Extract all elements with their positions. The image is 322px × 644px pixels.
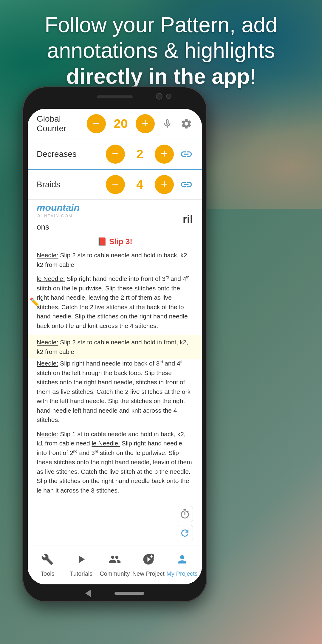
pencil-icon: ✏️ (30, 296, 40, 309)
watermark-section: mountain OUNTAIN.COM ril (28, 200, 202, 221)
counter-row-global: Global Counter − 20 + (28, 109, 202, 139)
timer-svg (179, 509, 190, 519)
phone-camera-main (156, 93, 162, 100)
community-nav-icon (109, 553, 121, 569)
phone-camera-secondary (166, 94, 171, 99)
timer-overlay-icon[interactable] (177, 506, 193, 522)
hero-line1: Follow your Pattern, add (45, 13, 277, 37)
counter-decrement-global[interactable]: − (87, 114, 106, 133)
link-icon-braids[interactable] (180, 178, 193, 191)
tutorials-nav-label: Tutorials (70, 570, 92, 577)
my-projects-nav-label: My Projects (166, 570, 197, 577)
new-project-nav-label: New Project (132, 570, 165, 577)
tools-svg (41, 553, 54, 566)
hero-line3: directly in the app (66, 64, 250, 88)
counter-row-braids: Braids − 4 + (28, 170, 202, 200)
plus-icon-global: + (142, 117, 148, 129)
counter-decrement-decreases[interactable]: − (106, 145, 125, 164)
slip-heading: 📕 Slip 3! (37, 236, 193, 247)
pattern-para-5: Needle: Slip 1 st to cable needle and ho… (37, 429, 193, 495)
counter-label-decreases: Decreases (37, 149, 100, 159)
tutorials-svg (75, 553, 87, 566)
watermark-title: mountain (37, 202, 80, 213)
link-icon-decreases[interactable] (180, 148, 193, 161)
nav-item-my-projects[interactable]: My Projects (165, 553, 199, 577)
counter-row-decreases: Decreases − 2 + (28, 139, 202, 170)
link-svg-decreases (180, 148, 193, 161)
mic-svg (162, 118, 173, 129)
community-svg (109, 553, 121, 566)
nav-item-tutorials[interactable]: Tutorials (64, 553, 98, 577)
counter-increment-global[interactable]: + (136, 114, 155, 133)
phone-home-button[interactable] (114, 592, 144, 595)
hero-line2: annotations & highlights (47, 38, 275, 62)
phone-frame: Global Counter − 20 + (22, 86, 207, 602)
settings-icon[interactable] (180, 117, 193, 130)
ons-text: ons (28, 221, 202, 233)
counter-value-braids: 4 (131, 177, 149, 192)
minus-icon-decreases: − (112, 148, 119, 160)
plus-icon-braids: + (161, 178, 168, 190)
mic-icon[interactable] (161, 117, 174, 130)
watermark-subtitle: OUNTAIN.COM (37, 213, 73, 218)
pattern-content: 📕 Slip 3! Needle: Slip 2 sts to cable ne… (28, 233, 202, 503)
bottom-navigation: Tools Tutorials (28, 546, 202, 584)
minus-icon-braids: − (112, 178, 119, 190)
pattern-para-3-highlighted: Needle: Slip 2 sts to cable needle and h… (28, 335, 202, 359)
minus-icon-global: − (93, 117, 100, 129)
settings-svg (180, 118, 192, 130)
counter-increment-decreases[interactable]: + (155, 145, 174, 164)
counter-decrement-braids[interactable]: − (106, 175, 125, 194)
needle-label-5b: le Needle: (92, 440, 120, 447)
tutorials-nav-icon (75, 553, 87, 569)
refresh-svg (179, 528, 190, 538)
nav-item-tools[interactable]: Tools (31, 553, 64, 577)
counter-value-global: 20 (112, 117, 130, 131)
phone-notch (22, 86, 207, 110)
counter-value-decreases: 2 (131, 147, 149, 161)
pattern-para-2: ✏️ le Needle: Slip right hand needle int… (37, 274, 193, 330)
counter-increment-braids[interactable]: + (155, 175, 174, 194)
phone-bottom-bar (22, 584, 207, 602)
nav-item-new-project[interactable]: New Project (131, 553, 165, 577)
phone-screen: Global Counter − 20 + (28, 109, 202, 584)
counter-label-global: Global Counter (37, 114, 81, 133)
community-nav-label: Community (100, 570, 130, 577)
tools-nav-label: Tools (41, 570, 55, 577)
phone-back-button[interactable] (85, 590, 91, 597)
plus-icon-decreases: + (161, 148, 168, 160)
tools-nav-icon (41, 553, 54, 569)
needle-label-4: Needle: (37, 360, 58, 367)
slip-label: Slip 3! (109, 236, 132, 247)
phone-speaker (97, 95, 133, 98)
pattern-para-1: Needle: Slip 2 sts to cable needle and h… (37, 250, 193, 269)
nav-item-community[interactable]: Community (98, 553, 132, 577)
my-projects-nav-icon (176, 553, 188, 569)
pattern-para-4: Needle: Slip right hand needle into back… (37, 359, 193, 425)
screen-content: Global Counter − 20 + (28, 109, 202, 584)
overlay-icons (177, 506, 193, 541)
new-project-nav-icon (142, 553, 155, 569)
counter-label-braids: Braids (37, 180, 100, 189)
watermark-right: ril (183, 213, 193, 226)
needle-label-3: Needle: (37, 339, 58, 346)
needle-label-2: le Needle: (37, 275, 65, 282)
new-project-svg (142, 553, 155, 566)
needle-label-5: Needle: (37, 431, 58, 437)
link-svg-braids (180, 178, 193, 191)
hero-section: Follow your Pattern, add annotations & h… (0, 12, 322, 89)
my-projects-svg (176, 553, 188, 566)
refresh-overlay-icon[interactable] (177, 525, 193, 541)
counter-section: Global Counter − 20 + (28, 109, 202, 200)
needle-label-1: Needle: (37, 252, 58, 258)
